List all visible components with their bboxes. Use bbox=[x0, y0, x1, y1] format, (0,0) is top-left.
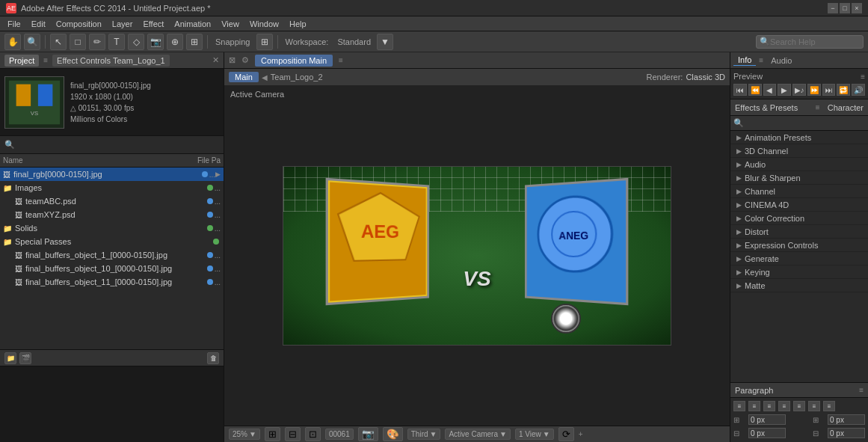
effect-generate[interactable]: ▶ Generate bbox=[730, 252, 868, 265]
effect-animation-presets[interactable]: ▶ Animation Presets bbox=[730, 131, 868, 144]
align-last-right[interactable]: ≡ bbox=[823, 401, 835, 411]
tool-anchor[interactable]: ⊞ bbox=[186, 34, 203, 50]
space-after-field[interactable]: 0 px bbox=[828, 428, 865, 438]
fit-btn[interactable]: ⊞ bbox=[265, 427, 280, 441]
zoom-dropdown[interactable]: 25% ▼ bbox=[229, 429, 260, 440]
viewer-nav-arrow[interactable]: ◀ bbox=[262, 73, 268, 82]
menu-layer[interactable]: Layer bbox=[108, 16, 138, 31]
tool-text[interactable]: T bbox=[108, 34, 125, 50]
menu-window[interactable]: Window bbox=[245, 16, 283, 31]
effect-blur-sharpen[interactable]: ▶ Blur & Sharpen bbox=[730, 171, 868, 185]
tree-item-buf11[interactable]: 🖼 final_buffers_object_11_[0000-0150].jp… bbox=[0, 275, 224, 289]
camera-btn[interactable]: 📷 bbox=[358, 427, 378, 441]
tree-item-buf10[interactable]: 🖼 final_buffers_object_10_[0000-0150].jp… bbox=[0, 262, 224, 275]
effect-color-correction[interactable]: ▶ Color Correction bbox=[730, 212, 868, 225]
workspace-label: Workspace: bbox=[283, 37, 332, 46]
space-before-field[interactable]: 0 px bbox=[748, 428, 786, 438]
preview-next[interactable]: ⏩ bbox=[807, 84, 821, 96]
tree-item-special[interactable]: 📁 Special Passes bbox=[0, 235, 224, 248]
indent-right-field[interactable]: 0 px bbox=[828, 414, 865, 425]
project-search-input[interactable] bbox=[18, 141, 219, 150]
render-btn[interactable]: ⟳ bbox=[558, 427, 574, 441]
indent-left-field[interactable]: 0 px bbox=[748, 414, 786, 425]
menu-edit[interactable]: Edit bbox=[27, 16, 50, 31]
panel-close[interactable]: ✕ bbox=[212, 55, 219, 65]
effect-cinema4d[interactable]: ▶ CINEMA 4D bbox=[730, 198, 868, 212]
align-left[interactable]: ≡ bbox=[733, 401, 745, 411]
effects-search-input[interactable] bbox=[744, 119, 865, 128]
safe-zone-btn[interactable]: ⊡ bbox=[305, 427, 321, 441]
preview-prev[interactable]: ⏪ bbox=[748, 84, 762, 96]
effect-expression-controls[interactable]: ▶ Expression Controls bbox=[730, 239, 868, 252]
delete-btn[interactable]: 🗑 bbox=[207, 352, 219, 364]
menu-help[interactable]: Help bbox=[285, 16, 311, 31]
new-folder-btn[interactable]: 📁 bbox=[4, 352, 16, 364]
preview-play-audio[interactable]: ▶♪ bbox=[792, 84, 806, 96]
active-camera-dropdown[interactable]: Active Camera ▼ bbox=[445, 429, 510, 440]
effect-channel[interactable]: ▶ Channel bbox=[730, 185, 868, 198]
align-justify-force[interactable]: ≡ bbox=[808, 401, 820, 411]
preview-audio[interactable]: 🔊 bbox=[852, 84, 865, 96]
minimize-button[interactable]: − bbox=[828, 3, 838, 13]
align-right[interactable]: ≡ bbox=[763, 401, 775, 411]
effect-controls-tab[interactable]: Effect Controls Team_Logo_1 bbox=[52, 55, 170, 67]
grid-btn[interactable]: ⊟ bbox=[285, 427, 301, 441]
preview-first[interactable]: ⏮ bbox=[733, 84, 747, 96]
paragraph-menu[interactable]: ≡ bbox=[859, 386, 864, 394]
align-justify-last[interactable]: ≡ bbox=[793, 401, 805, 411]
info-tab[interactable]: Info bbox=[733, 55, 756, 66]
maximize-button[interactable]: □ bbox=[840, 3, 850, 13]
info-tab-menu[interactable]: ≡ bbox=[759, 56, 763, 64]
tree-item-images[interactable]: 📁 Images ... bbox=[0, 181, 224, 194]
tree-item-file1[interactable]: 🖼 final_rgb[0000-0150].jpg ... ▶ bbox=[0, 168, 224, 181]
color-btn[interactable]: 🎨 bbox=[383, 427, 403, 441]
preview-loop[interactable]: 🔁 bbox=[837, 84, 850, 96]
tool-select[interactable]: ↖ bbox=[50, 34, 67, 50]
menu-file[interactable]: File bbox=[3, 16, 25, 31]
menu-composition[interactable]: Composition bbox=[52, 16, 106, 31]
tree-item-teamabc[interactable]: 🖼 teamABC.psd ... bbox=[0, 194, 224, 208]
align-center[interactable]: ≡ bbox=[748, 401, 760, 411]
effect-matte[interactable]: ▶ Matte bbox=[730, 279, 868, 292]
menu-animation[interactable]: Animation bbox=[170, 16, 215, 31]
effect-distort[interactable]: ▶ Distort bbox=[730, 225, 868, 239]
tool-cam[interactable]: 📷 bbox=[147, 34, 164, 50]
align-justify[interactable]: ≡ bbox=[778, 401, 790, 411]
preview-menu[interactable]: ≡ bbox=[861, 73, 865, 81]
tool-zoom[interactable]: 🔍 bbox=[24, 34, 40, 50]
viewer-tab-main[interactable]: Main bbox=[229, 72, 259, 82]
window-controls[interactable]: − □ × bbox=[828, 3, 862, 13]
tool-shape[interactable]: ◇ bbox=[128, 34, 144, 50]
views-dropdown[interactable]: 1 View ▼ bbox=[515, 429, 554, 440]
tool-rect[interactable]: □ bbox=[70, 34, 86, 50]
preview-last[interactable]: ⏭ bbox=[822, 84, 836, 96]
comp-settings-icon: ⚙ bbox=[241, 55, 249, 65]
character-tab[interactable]: Character bbox=[828, 103, 864, 112]
audio-tab[interactable]: Audio bbox=[766, 55, 796, 66]
tool-null[interactable]: ⊕ bbox=[167, 34, 183, 50]
comp-tab-main[interactable]: Composition Main bbox=[255, 55, 333, 67]
search-help-input[interactable] bbox=[770, 37, 860, 46]
menu-effect[interactable]: Effect bbox=[138, 16, 168, 31]
snap-toggle[interactable]: ⊞ bbox=[256, 34, 273, 50]
menu-view[interactable]: View bbox=[217, 16, 244, 31]
effects-header[interactable]: Effects & Presets ≡ Character bbox=[730, 99, 868, 116]
effect-keying[interactable]: ▶ Keying bbox=[730, 265, 868, 279]
effects-menu[interactable]: ≡ bbox=[816, 103, 820, 111]
tool-hand[interactable]: ✋ bbox=[4, 34, 21, 50]
preview-play[interactable]: ▶ bbox=[778, 84, 791, 96]
camera-view-dropdown[interactable]: Third ▼ bbox=[407, 429, 441, 440]
tree-item-buf1[interactable]: 🖼 final_buffers_object_1_[0000-0150].jpg… bbox=[0, 248, 224, 262]
workspace-dropdown[interactable]: ▼ bbox=[377, 34, 393, 50]
new-comp-btn[interactable]: 🎬 bbox=[19, 352, 31, 364]
project-tab[interactable]: Project bbox=[4, 55, 39, 67]
tree-item-teamxyz[interactable]: 🖼 teamXYZ.psd ... bbox=[0, 208, 224, 221]
effect-3d-channel[interactable]: ▶ 3D Channel bbox=[730, 144, 868, 158]
effect-arrow-9: ▶ bbox=[736, 242, 742, 249]
preview-play-back[interactable]: ◀ bbox=[763, 84, 777, 96]
close-button[interactable]: × bbox=[852, 3, 862, 13]
tool-pen[interactable]: ✏ bbox=[89, 34, 105, 50]
viewer-second-tab[interactable]: Team_Logo_2 bbox=[271, 73, 323, 82]
effect-audio[interactable]: ▶ Audio bbox=[730, 158, 868, 171]
tree-item-solids[interactable]: 📁 Solids ... bbox=[0, 221, 224, 235]
